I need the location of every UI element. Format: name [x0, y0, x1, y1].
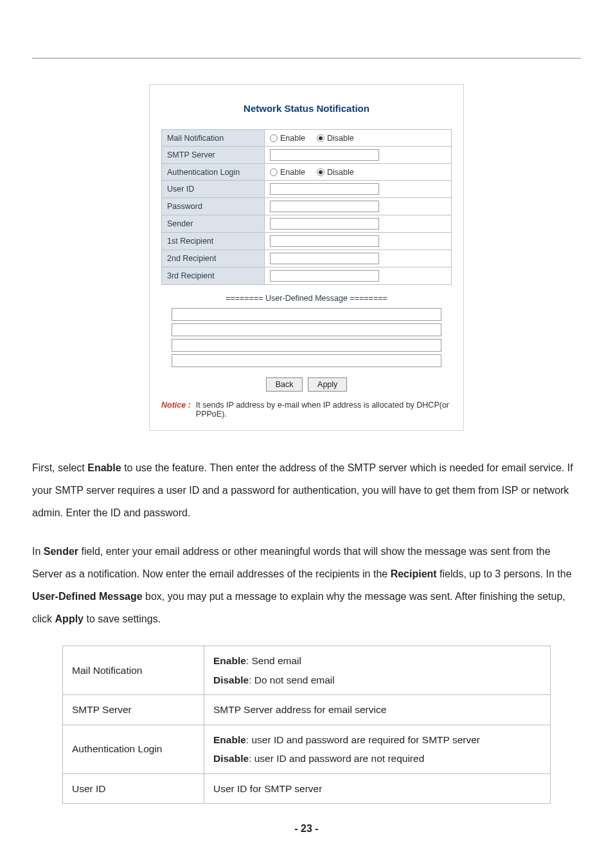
- dialog-title: Network Status Notification: [161, 103, 452, 114]
- notice-label: Notice :: [161, 401, 191, 419]
- user-defined-message-boxes: [161, 308, 452, 367]
- label-user-id: User ID: [162, 181, 265, 198]
- info-val-smtp-server: SMTP Server address for email service: [204, 695, 551, 725]
- label-auth-login: Authentication Login: [162, 164, 265, 181]
- info-table: Mail Notification Enable: Send email Dis…: [62, 646, 551, 804]
- label-mail-notification: Mail Notification: [162, 130, 265, 147]
- recipient-1-input[interactable]: [270, 235, 379, 247]
- radio-mail-disable[interactable]: Disable: [317, 134, 354, 143]
- radio-auth-enable[interactable]: Enable: [270, 168, 305, 177]
- info-val-auth-login: Enable: user ID and password are require…: [204, 725, 551, 773]
- apply-button[interactable]: Apply: [308, 377, 347, 392]
- label-smtp-server: SMTP Server: [162, 147, 265, 164]
- notice-row: Notice : It sends IP address by e-mail w…: [161, 401, 452, 419]
- info-key-mail-notification: Mail Notification: [63, 646, 204, 695]
- info-val-mail-notification: Enable: Send email Disable: Do not send …: [204, 646, 551, 695]
- udm-line-3[interactable]: [172, 339, 441, 352]
- label-password: Password: [162, 198, 265, 215]
- page-number: - 23 -: [32, 823, 581, 835]
- radio-auth-disable[interactable]: Disable: [317, 168, 354, 177]
- udm-line-2[interactable]: [172, 323, 441, 336]
- user-id-input[interactable]: [270, 183, 379, 195]
- info-val-user-id: User ID for SMTP server: [204, 773, 551, 803]
- label-3rd-recipient: 3rd Recipient: [162, 267, 265, 285]
- udm-line-4[interactable]: [172, 354, 441, 367]
- paragraph-2: In Sender field, enter your email addres…: [32, 540, 581, 631]
- paragraph-1: First, select Enable to use the feature.…: [32, 457, 581, 525]
- network-status-dialog: Network Status Notification Mail Notific…: [149, 84, 464, 431]
- user-defined-message-title: ======== User-Defined Message ========: [161, 294, 452, 303]
- info-key-auth-login: Authentication Login: [63, 725, 204, 773]
- field-mail-notification: Enable Disable: [265, 130, 452, 147]
- info-key-smtp-server: SMTP Server: [63, 695, 204, 725]
- back-button[interactable]: Back: [266, 377, 303, 392]
- udm-line-1[interactable]: [172, 308, 441, 321]
- notice-text: It sends IP address by e-mail when IP ad…: [196, 401, 452, 419]
- recipient-2-input[interactable]: [270, 253, 379, 264]
- radio-mail-enable[interactable]: Enable: [270, 134, 305, 143]
- smtp-server-input[interactable]: [270, 149, 379, 161]
- field-auth-login: Enable Disable: [265, 164, 452, 181]
- label-2nd-recipient: 2nd Recipient: [162, 250, 265, 267]
- label-1st-recipient: 1st Recipient: [162, 233, 265, 250]
- sender-input[interactable]: [270, 218, 379, 230]
- info-key-user-id: User ID: [63, 773, 204, 803]
- label-sender: Sender: [162, 215, 265, 233]
- settings-table: Mail Notification Enable Disable SMTP Se…: [161, 129, 452, 285]
- password-input[interactable]: [270, 201, 379, 212]
- recipient-3-input[interactable]: [270, 270, 379, 282]
